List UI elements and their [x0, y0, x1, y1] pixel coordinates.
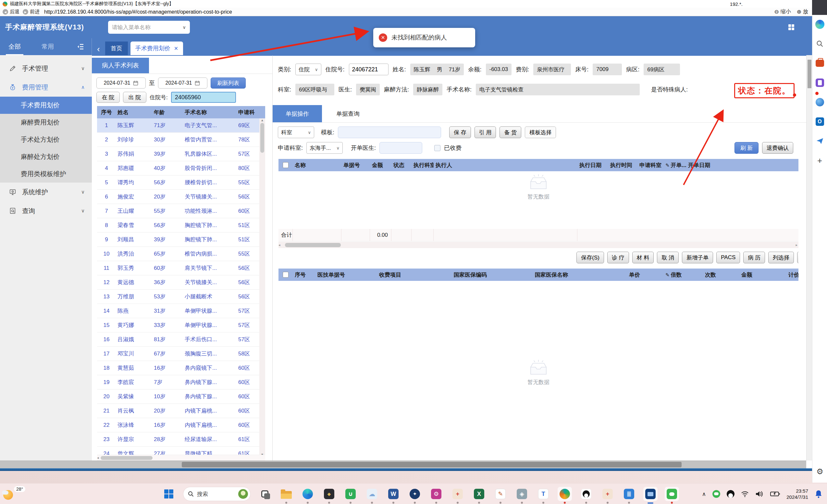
patient-row[interactable]: 15黄巧娜33岁单侧甲状腺...57区: [97, 318, 259, 332]
notes-app-icon[interactable]: ✎: [493, 487, 507, 501]
refresh-button[interactable]: 刷 新: [734, 142, 759, 154]
out-hospital-button[interactable]: 出 院: [123, 92, 146, 103]
outlook-icon[interactable]: O: [815, 117, 825, 126]
weather-widget[interactable]: 28°: [3, 486, 25, 500]
patient-row[interactable]: 12黄远德36岁关节镜膝关...56区: [97, 275, 259, 290]
green-store-icon[interactable]: ∪: [343, 487, 358, 501]
save-button[interactable]: 保 存: [449, 126, 471, 138]
nurse-app2-icon[interactable]: +: [600, 487, 615, 501]
patient-row[interactable]: 6施俊宏20岁关节镜膝关...56区: [97, 190, 259, 204]
compass-app-icon[interactable]: ✦: [408, 487, 422, 501]
patient-row[interactable]: 2刘珍珍30岁椎管内置管...78区: [97, 133, 259, 147]
action-button-5[interactable]: PACS: [716, 252, 740, 263]
patient-row[interactable]: 5谭秀均56岁腰椎骨折切...55区: [97, 175, 259, 190]
edge-icon[interactable]: [300, 487, 315, 501]
patient-row[interactable]: 4郑惠疆40岁股骨骨折闭...80区: [97, 161, 259, 175]
apply-dept-select[interactable]: 东海手... ∨: [306, 142, 343, 154]
action-button-4[interactable]: 新增子单: [682, 252, 713, 263]
url-text[interactable]: http://192.168.190.44:8000/his-ss/app/#/…: [44, 9, 232, 15]
patient-row[interactable]: 1陈玉辉71岁电子支气管...69区: [97, 118, 259, 133]
designer-icon[interactable]: [815, 78, 825, 88]
tray-chevron-up-icon[interactable]: ∧: [702, 491, 706, 498]
collapse-menu-icon[interactable]: [77, 43, 84, 51]
notification-bell-icon[interactable]: [815, 490, 822, 498]
tray-clock[interactable]: 23:57 2024/7/31: [786, 488, 808, 500]
refresh-list-button[interactable]: 刷新列表: [211, 77, 246, 89]
cloud-app-icon[interactable]: ☁: [365, 487, 379, 501]
sidebar-subitem-1-3[interactable]: 麻醉处方划价: [0, 148, 92, 165]
action-button-8[interactable]: 删除: [797, 252, 798, 263]
template-select-button[interactable]: 模板选择: [525, 126, 556, 138]
sidebar-subitem-1-2[interactable]: 手术处方划价: [0, 131, 92, 148]
start-button[interactable]: [162, 487, 176, 501]
excel-icon[interactable]: X: [472, 487, 486, 501]
word-icon[interactable]: W: [386, 487, 400, 501]
scroll-thumb[interactable]: [260, 123, 264, 153]
scroll-thumb[interactable]: [182, 462, 682, 467]
add-icon[interactable]: +: [815, 156, 825, 165]
patient-row[interactable]: 18黄慧茹16岁鼻内窥镜下...60区: [97, 361, 259, 375]
action-button-0[interactable]: 保存(S): [576, 252, 604, 263]
admission-no-input[interactable]: [171, 92, 236, 103]
refund-confirm-button[interactable]: 退费确认: [762, 142, 793, 154]
sidebar-subitem-1-1[interactable]: 麻醉费用划价: [0, 114, 92, 131]
patient-row[interactable]: 9刘顺昌39岁胸腔镜下肺...51区: [97, 232, 259, 247]
sidebar-group-1[interactable]: 费用管理∧: [0, 78, 92, 97]
scroll-left-icon[interactable]: ◂: [97, 456, 99, 460]
patient-row[interactable]: 21肖云枫20岁内镜下扁桃...60区: [97, 404, 259, 418]
dept-type-select[interactable]: 科室 ∨: [278, 126, 314, 138]
battery-icon[interactable]: [770, 491, 780, 497]
patient-row[interactable]: 13万维朋53岁小腿截断术56区: [97, 290, 259, 304]
sphere-icon[interactable]: [815, 97, 825, 107]
teams-blue-icon[interactable]: T: [536, 487, 550, 501]
page-vscrollbar[interactable]: [806, 55, 812, 460]
zoom-in-button[interactable]: ⊕ 放: [797, 8, 808, 15]
zoom-out-button[interactable]: ⊖ 缩小: [774, 8, 791, 15]
tab-doc-query[interactable]: 单据查询: [336, 105, 359, 122]
misc-app-icon[interactable]: ◈: [515, 487, 529, 501]
tab-doc-operation[interactable]: 单据操作: [273, 105, 322, 122]
close-tab-icon[interactable]: ✕: [174, 45, 178, 52]
wechat-tray-icon[interactable]: [713, 490, 720, 498]
admission-input[interactable]: [349, 64, 389, 75]
sidebar-group-3[interactable]: 查询∨: [0, 202, 92, 220]
patient-row[interactable]: 20吴紫缘10岁鼻内镜下腺...60区: [97, 390, 259, 404]
action-button-3[interactable]: 取 消: [657, 252, 679, 263]
search-icon[interactable]: [815, 39, 825, 49]
qq-tray-icon[interactable]: [727, 490, 734, 498]
scroll-thumb[interactable]: [285, 243, 341, 247]
sidebar-subitem-1-0[interactable]: 手术费用划价: [0, 97, 92, 114]
his-app-icon[interactable]: [557, 487, 572, 501]
dark-app-icon[interactable]: ◆: [322, 487, 336, 501]
scroll-left-icon[interactable]: ◂: [279, 243, 281, 247]
sidebar-subitem-1-4[interactable]: 费用类模板维护: [0, 165, 92, 183]
bill-table-hscrollbar[interactable]: ◂ ▸: [279, 242, 798, 248]
tab-scroll-left-icon[interactable]: ‹: [97, 45, 100, 53]
back-button[interactable]: ◄ 后退: [3, 9, 19, 15]
header-checkbox[interactable]: [279, 162, 293, 168]
action-button-1[interactable]: 诊 疗: [607, 252, 629, 263]
copilot-icon[interactable]: [815, 19, 825, 29]
qq-icon[interactable]: [579, 487, 593, 501]
task-view-button[interactable]: [258, 487, 272, 501]
date-to-input[interactable]: 2024-07-31: [158, 77, 207, 89]
category-select[interactable]: 住院 ∨: [295, 64, 321, 75]
patient-row[interactable]: 16吕淑娥81岁手术后伤口...57区: [97, 332, 259, 347]
template-input[interactable]: [338, 126, 441, 138]
header-checkbox[interactable]: [279, 272, 293, 278]
patient-row[interactable]: 11郭玉秀60岁肩关节镜下...56区: [97, 261, 259, 275]
order-doctor-input[interactable]: [379, 142, 422, 154]
nurse-app-icon[interactable]: +: [450, 487, 465, 501]
layout-icon[interactable]: [787, 23, 795, 31]
patient-row[interactable]: 19李皓宸7岁鼻内镜下腺...60区: [97, 375, 259, 390]
patient-row[interactable]: 8梁春雪56岁胸腔镜下肺...51区: [97, 218, 259, 232]
patient-row[interactable]: 23许显宗28岁经尿道输尿...61区: [97, 432, 259, 447]
tab-operation-cost[interactable]: 手术费用划价 ✕: [131, 42, 183, 55]
in-hospital-button[interactable]: 在 院: [96, 92, 120, 103]
database-app-icon[interactable]: ⚙: [429, 487, 443, 501]
window-hscrollbar[interactable]: [0, 460, 806, 468]
toolbox-icon[interactable]: [815, 58, 825, 68]
scroll-right-icon[interactable]: ▸: [795, 243, 797, 247]
wifi-icon[interactable]: [741, 491, 749, 497]
tab-common[interactable]: 常用: [42, 43, 54, 51]
